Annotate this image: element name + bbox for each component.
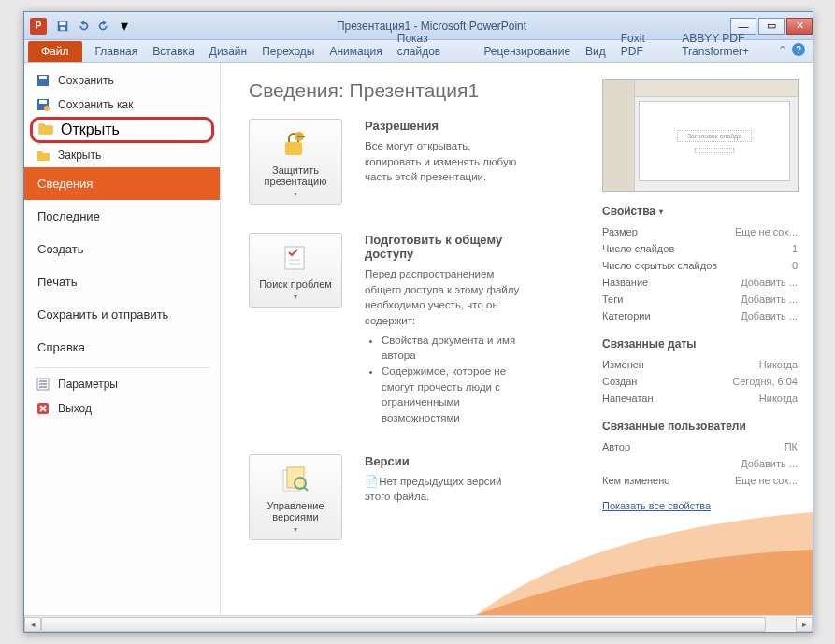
manage-versions-button[interactable]: Управление версиями▾ [249,454,342,540]
nav-options[interactable]: Параметры [24,372,220,396]
prepare-heading: Подготовить к общему доступу [365,233,533,261]
date-row[interactable]: ИзмененНикогда [602,356,798,373]
nav-saveas[interactable]: Сохранить как [24,93,220,117]
tab-design[interactable]: Дизайн [202,41,254,62]
permissions-text: Все могут открывать, копировать и изменя… [365,138,524,185]
close-folder-icon [36,148,50,163]
ribbon-minimize-icon[interactable]: ⌃ [778,44,786,56]
tab-foxit[interactable]: Foxit PDF [613,28,674,62]
page-title: Сведения: Презентация1 [249,79,593,102]
saveas-icon [36,97,50,112]
qat-undo[interactable] [74,17,93,36]
horizontal-scrollbar[interactable]: ◂ ▸ [24,615,813,632]
people-header: Связанные пользователи [602,420,798,433]
nav-info[interactable]: Сведения [24,167,220,200]
nav-savesend[interactable]: Сохранить и отправить [24,298,220,331]
options-icon [36,377,50,392]
tab-view[interactable]: Вид [578,41,613,62]
permissions-heading: Разрешения [365,119,524,133]
svg-rect-6 [39,100,47,104]
qat-redo[interactable] [94,17,113,36]
properties-header[interactable]: Свойства ▾ [602,205,798,218]
date-row[interactable]: СозданСегодня, 6:04 [602,373,798,390]
scroll-left-button[interactable]: ◂ [24,617,41,632]
nav-recent[interactable]: Последние [24,200,220,233]
tab-insert[interactable]: Вставка [145,41,202,62]
save-icon [36,73,50,88]
scroll-thumb[interactable] [41,617,766,632]
nav-close[interactable]: Закрыть [24,143,220,167]
svg-point-7 [44,106,50,111]
prepare-text: Перед распространением общего доступа к … [365,266,533,329]
prepare-item-2: Содержимое, которое не смогут прочесть л… [382,364,533,426]
versions-icon [253,463,338,496]
property-row[interactable]: Число слайдов1 [602,240,798,257]
properties-pane: Заголовок слайда Свойства ▾ РазмерЕще не… [593,79,803,606]
ribbon-tabs: Файл Главная Вставка Дизайн Переходы Ани… [24,40,813,63]
svg-rect-11 [39,386,47,388]
backstage-nav: Сохранить Сохранить как Открыть Закрыть … [24,63,221,615]
divider [34,367,210,368]
backstage: Сохранить Сохранить как Открыть Закрыть … [24,63,813,615]
tab-home[interactable]: Главная [88,41,146,62]
check-issues-button[interactable]: Поиск проблем▾ [249,233,342,308]
tab-slideshow[interactable]: Показ слайдов [390,28,477,62]
protect-presentation-button[interactable]: Защитить презентацию▾ [249,119,342,205]
file-tab[interactable]: Файл [28,41,82,62]
tab-animations[interactable]: Анимация [322,41,389,62]
qat-customize[interactable]: ▾ [115,17,134,36]
qat-save[interactable] [53,17,72,36]
nav-open-highlighted[interactable]: Открыть [30,117,214,143]
svg-rect-1 [60,21,66,25]
people-row[interactable]: АвторПК [602,438,798,455]
svg-rect-10 [39,383,47,385]
people-row[interactable]: Кем измененоЕще не сох... [602,472,798,489]
tab-review[interactable]: Рецензирование [476,41,578,62]
nav-exit[interactable]: Выход [24,396,220,421]
exit-icon [36,401,50,416]
svg-rect-2 [60,26,65,30]
prepare-item-1: Свойства документа и имя автора [382,333,533,364]
thumb-title-placeholder: Заголовок слайда [677,130,752,142]
slide-thumbnail[interactable]: Заголовок слайда [602,79,799,192]
show-all-properties-link[interactable]: Показать все свойства [602,500,711,511]
property-row[interactable]: ТегиДобавить ... [602,291,798,308]
inspect-icon [253,241,338,275]
property-row[interactable]: НазваниеДобавить ... [602,274,798,291]
svg-rect-13 [285,142,302,155]
svg-rect-16 [285,247,304,269]
app-icon: P [30,18,47,35]
open-folder-icon [38,122,53,138]
svg-rect-15 [297,136,305,137]
svg-rect-9 [39,380,47,382]
date-row[interactable]: НапечатанНикогда [602,390,798,407]
nav-save[interactable]: Сохранить [24,68,220,93]
thumb-sub-placeholder [695,148,734,153]
versions-heading: Версии [365,454,524,468]
help-icon[interactable]: ? [792,43,805,56]
app-window: P ▾ Презентация1 - Microsoft PowerPoint … [23,11,813,633]
nav-new[interactable]: Создать [24,233,220,265]
people-row[interactable]: Добавить ... [602,455,798,472]
scroll-right-button[interactable]: ▸ [796,617,813,632]
tab-transitions[interactable]: Переходы [254,41,322,62]
property-row[interactable]: КатегорииДобавить ... [602,308,798,324]
nav-print[interactable]: Печать [24,265,220,298]
dates-header: Связанные даты [602,337,798,351]
property-row[interactable]: Число скрытых слайдов0 [602,257,798,274]
backstage-content: Сведения: Презентация1 Защитить презента… [221,63,813,615]
lock-icon [253,127,338,161]
property-row[interactable]: РазмерЕще не сох... [602,223,798,240]
versions-text: 📄 Нет предыдущих версий этого файла. [365,474,524,505]
svg-rect-4 [39,76,47,79]
nav-help[interactable]: Справка [24,331,220,364]
